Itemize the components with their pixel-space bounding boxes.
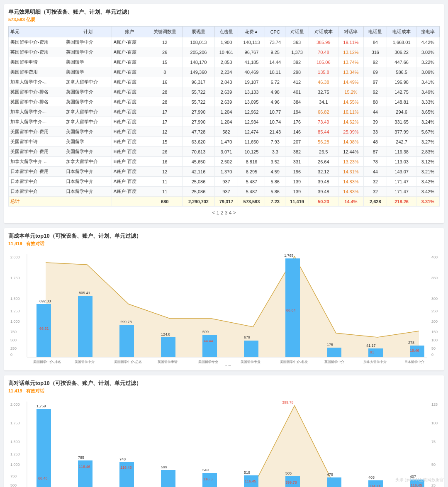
table-cell: 28 bbox=[147, 97, 183, 107]
table-cell: 14.55% bbox=[338, 97, 364, 107]
table-cell: 55,722 bbox=[183, 97, 214, 107]
header-row: 单元 计划 账户 关键词数量 展现量 点击量 花费▲ CPC 对话量 对话成本 … bbox=[9, 27, 440, 37]
table-cell: 294.6 bbox=[387, 107, 416, 117]
chart2-section: 高对话单元top10（可按设备、账户、计划、单元过滤） 11,419 有效对话 … bbox=[4, 375, 444, 487]
chart1-header: 高成本单元top10（可按设备、账户、计划、单元过滤） 11,419 有效对话 bbox=[8, 232, 440, 247]
table-row: 加拿大留学中介-...加拿大留学中介A账户-百度1727,9901,20412,… bbox=[9, 107, 440, 117]
table-cell: A账户-百度 bbox=[112, 67, 147, 77]
table-cell: 11 bbox=[147, 177, 183, 187]
svg-text:116.6: 116.6 bbox=[203, 477, 213, 481]
bar-4 bbox=[161, 337, 175, 357]
table-cell: 47,728 bbox=[183, 127, 214, 137]
table-cell: 27,990 bbox=[183, 117, 214, 127]
table-cell: 32 bbox=[364, 177, 387, 187]
table-cell: 11 bbox=[147, 187, 183, 197]
table-cell: 加拿大留学中介 bbox=[64, 77, 112, 87]
svg-text:美国留学中介-名校: 美国留学中介-名校 bbox=[280, 360, 308, 364]
table-cell: 447.66 bbox=[387, 57, 416, 67]
svg-text:66.46: 66.46 bbox=[38, 476, 48, 480]
table-cell: 美国留学 bbox=[64, 67, 112, 77]
table-cell: 13,133 bbox=[238, 87, 265, 97]
table-cell: 12 bbox=[147, 37, 183, 47]
table-cell: 英国留学中介-排名 bbox=[9, 97, 64, 107]
table-row: 日本留学中介日本留学中介A账户-百度1125,0869375,4875.8613… bbox=[9, 187, 440, 197]
table-cell: 937 bbox=[214, 187, 238, 197]
table-cell: 26 bbox=[147, 147, 183, 157]
table-cell: 41,185 bbox=[238, 57, 265, 67]
table-cell: 586.5 bbox=[387, 67, 416, 77]
table-cell: 18.11 bbox=[265, 67, 285, 77]
table-cell: 105.06 bbox=[309, 57, 338, 67]
table-row: 美国留学中介-费用美国留学中介B账户-百度2670,6133,07110,125… bbox=[9, 147, 440, 157]
table-cell: 美国留学中介-费用 bbox=[9, 37, 64, 47]
col-conversations: 对话量 bbox=[285, 27, 309, 37]
table-cell: 5.86 bbox=[265, 187, 285, 197]
col-phone: 电话量 bbox=[364, 27, 387, 37]
table-row: 加拿大留学中介-...加拿大留学中介B账户-百度1727,9901,20412,… bbox=[9, 117, 440, 127]
col-impressions: 展现量 bbox=[183, 27, 214, 37]
total-cell: 680 bbox=[147, 197, 183, 207]
table-cell: 16.11% bbox=[338, 107, 364, 117]
table-cell: 2,843 bbox=[214, 77, 238, 87]
svg-text:150: 150 bbox=[431, 330, 438, 334]
table-row: 美国留学费用美国留学A账户-百度8149,3602,23440,46918.11… bbox=[9, 67, 440, 77]
table-cell: 88 bbox=[364, 97, 387, 107]
svg-text:1,750: 1,750 bbox=[10, 276, 20, 280]
bar-7 bbox=[285, 258, 300, 357]
svg-text:50: 50 bbox=[431, 463, 436, 467]
table-cell: 25,086 bbox=[183, 177, 214, 187]
svg-text:750: 750 bbox=[10, 330, 17, 334]
table-cell: 377.99 bbox=[387, 127, 416, 137]
svg-text:519: 519 bbox=[244, 470, 250, 475]
svg-text:75: 75 bbox=[431, 440, 436, 444]
table-cell: 582 bbox=[214, 127, 238, 137]
table-cell: 32 bbox=[364, 187, 387, 197]
bar-6 bbox=[244, 341, 258, 357]
table-cell: 148,170 bbox=[183, 57, 214, 67]
page-nav[interactable]: < 1 2 3 4 > bbox=[212, 210, 236, 216]
table-cell: 13,095 bbox=[238, 97, 265, 107]
total-cell: 2,290,702 bbox=[183, 197, 214, 207]
table-cell: 3.12% bbox=[416, 157, 439, 167]
table-cell: 39.48 bbox=[309, 187, 338, 197]
table-cell: 14.62% bbox=[338, 117, 364, 127]
col-keywords: 关键词数量 bbox=[147, 27, 183, 37]
svg-text:116.45: 116.45 bbox=[120, 465, 132, 470]
table-cell: 135.8 bbox=[309, 67, 338, 77]
table-cell: 16 bbox=[147, 157, 183, 167]
table-cell: 4.42% bbox=[416, 37, 439, 47]
table-cell: 4.59 bbox=[265, 167, 285, 177]
table-title: 单元效果明细（可按设备、账户、计划、单元过滤） bbox=[8, 8, 440, 16]
table-cell: 63,620 bbox=[183, 137, 214, 147]
total-cell: 79,317 bbox=[214, 197, 238, 207]
svg-text:549: 549 bbox=[202, 468, 209, 472]
chart1-section: 高成本单元top10（可按设备、账户、计划、单元过滤） 11,419 有效对话 … bbox=[4, 228, 444, 370]
table-cell: 6,295 bbox=[238, 167, 265, 177]
table-cell: 3.24% bbox=[416, 117, 439, 127]
table-cell: 73.74 bbox=[265, 37, 285, 47]
svg-text:399.78: 399.78 bbox=[282, 400, 294, 404]
table-cell: B账户-百度 bbox=[112, 137, 147, 147]
bar-3 bbox=[119, 325, 134, 357]
chart2-title: 高对话单元top10（可按设备、账户、计划、单元过滤） bbox=[8, 380, 440, 387]
table-cell: 10.77 bbox=[265, 107, 285, 117]
table-cell: 316 bbox=[364, 47, 387, 57]
table-cell: 45,650 bbox=[183, 157, 214, 167]
table-cell: 84 bbox=[364, 37, 387, 47]
table-cell: 12.44% bbox=[338, 147, 364, 157]
pagination[interactable]: < 1 2 3 4 > bbox=[8, 207, 440, 219]
table-cell: 1,668.01 bbox=[387, 37, 416, 47]
table-cell: 48 bbox=[364, 137, 387, 147]
svg-text:美国留学中介: 美国留学中介 bbox=[75, 360, 95, 364]
chart1-count: 11,419 bbox=[8, 241, 22, 246]
table-cell: 139 bbox=[285, 187, 309, 197]
svg-text:1,759: 1,759 bbox=[37, 404, 46, 408]
table-cell: 331.65 bbox=[387, 117, 416, 127]
table-cell: 5.86 bbox=[265, 177, 285, 187]
total-cell bbox=[112, 197, 147, 207]
table-cell: A账户-百度 bbox=[112, 57, 147, 67]
total-cell: 14.4% bbox=[338, 197, 364, 207]
table-cell: 196.98 bbox=[387, 77, 416, 87]
table-cell: 306.22 bbox=[387, 47, 416, 57]
table-cell: 美国留学申请 bbox=[9, 137, 64, 147]
